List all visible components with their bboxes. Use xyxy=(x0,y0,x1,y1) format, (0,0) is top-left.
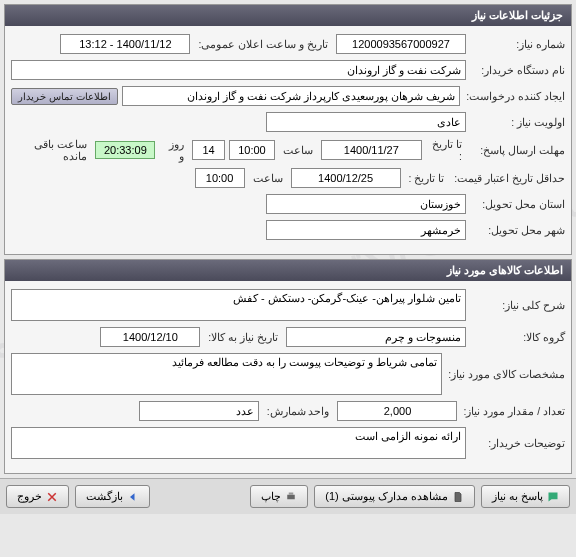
unit-field: عدد xyxy=(139,401,259,421)
need-number-field: 1200093567000927 xyxy=(336,34,466,54)
action-bar: پاسخ به نیاز مشاهده مدارک پیوستی (1) چاپ… xyxy=(0,478,576,514)
goods-info-panel: اطلاعات کالاهای مورد نیاز شرح کلی نیاز: … xyxy=(4,259,572,474)
city-label: شهر محل تحویل: xyxy=(470,224,565,236)
exit-label: خروج xyxy=(17,490,42,503)
attachment-icon xyxy=(452,491,464,503)
attachments-button[interactable]: مشاهده مدارک پیوستی (1) xyxy=(314,485,475,508)
back-button[interactable]: بازگشت xyxy=(75,485,150,508)
buyer-field: شرکت نفت و گاز اروندان xyxy=(11,60,466,80)
need-date-label: تاریخ نیاز به کالا: xyxy=(204,331,282,343)
province-field: خوزستان xyxy=(266,194,466,214)
back-icon xyxy=(127,491,139,503)
respond-button[interactable]: پاسخ به نیاز xyxy=(481,485,570,508)
exit-button[interactable]: خروج xyxy=(6,485,69,508)
print-icon xyxy=(285,491,297,503)
group-label: گروه کالا: xyxy=(470,331,565,343)
print-label: چاپ xyxy=(261,490,281,503)
remaining-time-field: 20:33:09 xyxy=(95,141,155,159)
creator-label: ایجاد کننده درخواست: xyxy=(464,90,565,102)
time-label-1: ساعت xyxy=(279,144,317,156)
creator-field: شریف شرهان پورسعیدی کارپرداز شرکت نفت و … xyxy=(122,86,461,106)
priority-field: عادی xyxy=(266,112,466,132)
remaining-label: ساعت باقی مانده xyxy=(11,138,91,162)
svg-rect-1 xyxy=(289,492,294,494)
unit-label: واحد شمارش: xyxy=(263,405,334,417)
svg-rect-0 xyxy=(287,494,295,499)
credit-label: حداقل تاریخ اعتبار قیمت: xyxy=(452,172,565,184)
buyer-notes-label: توضیحات خریدار: xyxy=(470,437,565,449)
announce-field: 1400/11/12 - 13:12 xyxy=(60,34,190,54)
to-date-label-2: تا تاریخ : xyxy=(405,172,449,184)
qty-label: تعداد / مقدار مورد نیاز: xyxy=(461,405,565,417)
days-label: روز و xyxy=(159,138,188,162)
contact-buyer-button[interactable]: اطلاعات تماس خریدار xyxy=(11,88,118,105)
exit-icon xyxy=(46,491,58,503)
need-details-panel: جزئیات اطلاعات نیاز شماره نیاز: 12000935… xyxy=(4,4,572,255)
desc-label: شرح کلی نیاز: xyxy=(470,299,565,311)
deadline-label: مهلت ارسال پاسخ: xyxy=(470,144,565,156)
attachments-label: مشاهده مدارک پیوستی (1) xyxy=(325,490,448,503)
need-details-header: جزئیات اطلاعات نیاز xyxy=(5,5,571,26)
need-number-label: شماره نیاز: xyxy=(470,38,565,50)
buyer-label: نام دستگاه خریدار: xyxy=(470,64,565,76)
buyer-notes-field: ارائه نمونه الزامی است xyxy=(11,427,466,459)
respond-label: پاسخ به نیاز xyxy=(492,490,543,503)
priority-label: اولویت نیاز : xyxy=(470,116,565,128)
days-field: 14 xyxy=(192,140,225,160)
print-button[interactable]: چاپ xyxy=(250,485,308,508)
credit-time-field: 10:00 xyxy=(195,168,245,188)
need-date-field: 1400/12/10 xyxy=(100,327,200,347)
goods-info-header: اطلاعات کالاهای مورد نیاز xyxy=(5,260,571,281)
announce-label: تاریخ و ساعت اعلان عمومی: xyxy=(194,38,332,50)
credit-date-field: 1400/12/25 xyxy=(291,168,401,188)
province-label: استان محل تحویل: xyxy=(470,198,565,210)
spec-field: تمامی شریاط و توضیحات پیوست را به دقت مط… xyxy=(11,353,442,395)
to-date-label-1: تا تاریخ : xyxy=(426,138,466,162)
back-label: بازگشت xyxy=(86,490,123,503)
deadline-date-field: 1400/11/27 xyxy=(321,140,422,160)
desc-field: تامین شلوار پیراهن- عینک-گرمکن- دستکش - … xyxy=(11,289,466,321)
group-field: منسوجات و چرم xyxy=(286,327,466,347)
city-field: خرمشهر xyxy=(266,220,466,240)
time-label-2: ساعت xyxy=(249,172,287,184)
respond-icon xyxy=(547,491,559,503)
qty-field: 2,000 xyxy=(337,401,457,421)
deadline-time-field: 10:00 xyxy=(229,140,275,160)
spec-label: مشخصات کالای مورد نیاز: xyxy=(446,368,565,380)
